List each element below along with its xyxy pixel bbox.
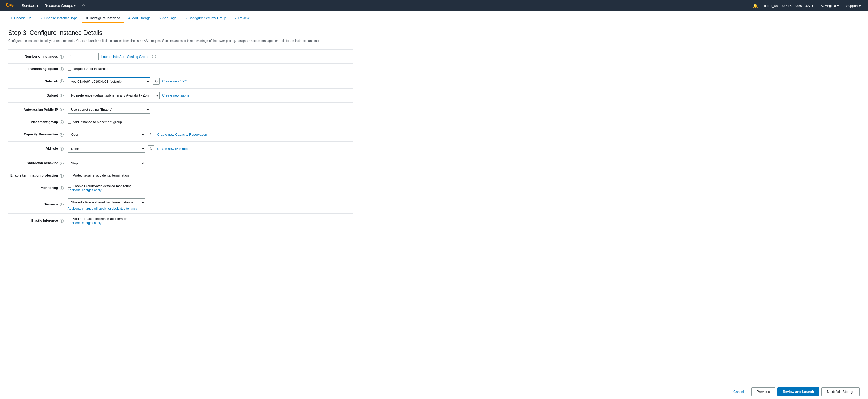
monitoring-note-link[interactable]: Additional charges apply. bbox=[68, 189, 351, 192]
elastic-inference-checkbox[interactable] bbox=[68, 217, 71, 221]
termination-protection-label-cell: Enable termination protection i bbox=[8, 170, 66, 181]
num-instances-label-cell: Number of instances i bbox=[8, 49, 66, 64]
enable-monitoring-text: Enable CloudWatch detailed monitoring bbox=[73, 184, 132, 188]
step-5-add-tags[interactable]: 5. Add Tags bbox=[155, 14, 181, 23]
capacity-reservation-info-icon[interactable]: i bbox=[60, 133, 64, 136]
tenancy-info-icon[interactable]: i bbox=[60, 203, 64, 206]
capacity-reservation-refresh-button[interactable]: ↻ bbox=[148, 131, 154, 138]
tenancy-value-cell: Shared - Run a shared hardware instance … bbox=[66, 195, 353, 213]
num-instances-info-icon[interactable]: i bbox=[60, 55, 64, 59]
network-label: Network bbox=[45, 79, 58, 83]
shutdown-behavior-select[interactable]: Stop bbox=[68, 159, 145, 167]
user-info-label: cloud_user @ 4158-3350-7927 bbox=[764, 4, 810, 8]
create-capacity-link[interactable]: Create new Capacity Reservation bbox=[157, 133, 207, 136]
protect-termination-text: Protect against accidental termination bbox=[73, 173, 129, 177]
request-spot-checkbox[interactable] bbox=[68, 67, 71, 71]
star-icon: ☆ bbox=[82, 4, 85, 8]
services-label: Services bbox=[22, 4, 36, 8]
monitoring-value-cell: Enable CloudWatch detailed monitoring Ad… bbox=[66, 181, 353, 195]
iam-role-label: IAM role bbox=[45, 146, 58, 151]
resource-groups-chevron-icon: ▾ bbox=[74, 4, 76, 8]
auto-assign-ip-label: Auto-assign Public IP bbox=[24, 108, 58, 111]
launch-auto-scaling-link[interactable]: Launch into Auto Scaling Group bbox=[101, 55, 149, 59]
enable-monitoring-label: Enable CloudWatch detailed monitoring bbox=[68, 184, 132, 188]
services-chevron-icon: ▾ bbox=[37, 4, 38, 8]
resource-groups-label: Resource Groups bbox=[45, 4, 73, 8]
purchasing-option-value-cell: Request Spot instances bbox=[66, 64, 353, 74]
step-1-choose-ami[interactable]: 1. Choose AMI bbox=[6, 14, 36, 23]
subnet-label-cell: Subnet i bbox=[8, 88, 66, 102]
create-vpc-link[interactable]: Create new VPC bbox=[162, 79, 187, 83]
iam-role-info-icon[interactable]: i bbox=[60, 147, 64, 151]
iam-role-refresh-button[interactable]: ↻ bbox=[148, 145, 154, 152]
auto-assign-ip-select[interactable]: Use subnet setting (Enable) bbox=[68, 106, 150, 113]
tenancy-row: Tenancy i Shared - Run a shared hardware… bbox=[8, 195, 353, 213]
elastic-inference-row: Elastic Inference i Add an Elastic Infer… bbox=[8, 213, 353, 228]
auto-assign-ip-label-cell: Auto-assign Public IP i bbox=[8, 102, 66, 117]
capacity-reservation-select[interactable]: Open bbox=[68, 131, 145, 138]
step-7-review[interactable]: 7. Review bbox=[230, 14, 253, 23]
create-subnet-link[interactable]: Create new subnet bbox=[162, 93, 190, 97]
num-instances-input[interactable] bbox=[68, 53, 99, 60]
elastic-inference-info-icon[interactable]: i bbox=[60, 219, 64, 223]
monitoring-label: Monitoring bbox=[40, 186, 58, 190]
iam-role-select[interactable]: None bbox=[68, 145, 145, 153]
capacity-reservation-label-cell: Capacity Reservation i bbox=[8, 127, 66, 142]
num-instances-row: Number of instances i Launch into Auto S… bbox=[8, 49, 353, 64]
termination-protection-checkbox[interactable] bbox=[68, 174, 71, 177]
purchasing-info-icon[interactable]: i bbox=[60, 67, 64, 71]
bell-icon[interactable]: 🔔 bbox=[751, 3, 760, 8]
monitoring-info-icon[interactable]: i bbox=[60, 186, 64, 190]
placement-group-checkbox[interactable] bbox=[68, 120, 71, 124]
region-menu[interactable]: N. Virginia ▾ bbox=[817, 0, 842, 11]
elastic-inference-label-cell: Elastic Inference i bbox=[8, 213, 66, 228]
subnet-value-cell: No preference (default subnet in any Ava… bbox=[66, 88, 353, 102]
tenancy-label: Tenancy bbox=[44, 202, 58, 206]
network-info-icon[interactable]: i bbox=[60, 79, 64, 83]
create-iam-link[interactable]: Create new IAM role bbox=[157, 147, 188, 151]
monitoring-checkbox[interactable] bbox=[68, 184, 71, 188]
auto-scaling-info-icon[interactable]: i bbox=[152, 55, 156, 58]
step-6-security-group[interactable]: 6. Configure Security Group bbox=[181, 14, 230, 23]
network-select[interactable]: vpc-01a4e6f4e01934e91 (default) bbox=[68, 77, 150, 85]
termination-protection-info-icon[interactable]: i bbox=[60, 174, 64, 177]
elastic-inference-note-link[interactable]: Additional charges apply. bbox=[68, 221, 351, 225]
placement-group-info-icon[interactable]: i bbox=[60, 120, 64, 124]
shutdown-behavior-label: Shutdown behavior bbox=[27, 161, 58, 165]
resource-groups-nav[interactable]: Resource Groups ▾ bbox=[41, 0, 79, 11]
elastic-inference-check-text: Add an Elastic Inference accelerator bbox=[73, 217, 127, 221]
region-chevron-icon: ▾ bbox=[837, 4, 839, 8]
elastic-inference-value-cell: Add an Elastic Inference accelerator Add… bbox=[66, 213, 353, 228]
shutdown-behavior-info-icon[interactable]: i bbox=[60, 162, 64, 165]
auto-assign-ip-row: Auto-assign Public IP i Use subnet setti… bbox=[8, 102, 353, 117]
user-chevron-icon: ▾ bbox=[812, 4, 813, 8]
step-5-label: 5. Add Tags bbox=[159, 16, 177, 20]
top-nav: Services ▾ Resource Groups ▾ ☆ 🔔 cloud_u… bbox=[0, 0, 868, 11]
iam-role-value-cell: None ↻ Create new IAM role bbox=[66, 142, 353, 156]
auto-assign-info-icon[interactable]: i bbox=[60, 108, 64, 111]
step-2-choose-instance-type[interactable]: 2. Choose Instance Type bbox=[36, 14, 82, 23]
subnet-select[interactable]: No preference (default subnet in any Ava… bbox=[68, 92, 160, 99]
bookmark-nav[interactable]: ☆ bbox=[79, 0, 88, 11]
network-refresh-button[interactable]: ↻ bbox=[153, 78, 160, 85]
subnet-info-icon[interactable]: i bbox=[60, 94, 64, 97]
purchasing-option-row: Purchasing option i Request Spot instanc… bbox=[8, 64, 353, 74]
placement-group-label-cell: Placement group i bbox=[8, 117, 66, 127]
request-spot-text: Request Spot instances bbox=[73, 67, 108, 71]
support-menu[interactable]: Support ▾ bbox=[843, 0, 864, 11]
step-6-label: 6. Configure Security Group bbox=[185, 16, 226, 20]
capacity-reservation-row: Capacity Reservation i Open ↻ Create new… bbox=[8, 127, 353, 142]
placement-group-label: Placement group bbox=[31, 120, 58, 124]
user-menu[interactable]: cloud_user @ 4158-3350-7927 ▾ bbox=[761, 0, 816, 11]
add-placement-text: Add instance to placement group bbox=[73, 120, 122, 124]
network-label-cell: Network i bbox=[8, 74, 66, 88]
monitoring-label-cell: Monitoring i bbox=[8, 181, 66, 195]
services-nav[interactable]: Services ▾ bbox=[19, 0, 41, 11]
step-4-add-storage[interactable]: 4. Add Storage bbox=[124, 14, 155, 23]
aws-logo[interactable] bbox=[4, 3, 14, 9]
network-value-cell: vpc-01a4e6f4e01934e91 (default) ↻ Create… bbox=[66, 74, 353, 88]
step-3-configure-instance[interactable]: 3. Configure Instance bbox=[82, 14, 124, 23]
config-table: Number of instances i Launch into Auto S… bbox=[8, 49, 353, 228]
tenancy-note-link[interactable]: Additional charges will apply for dedica… bbox=[68, 207, 351, 210]
tenancy-select[interactable]: Shared - Run a shared hardware instance bbox=[68, 198, 145, 206]
